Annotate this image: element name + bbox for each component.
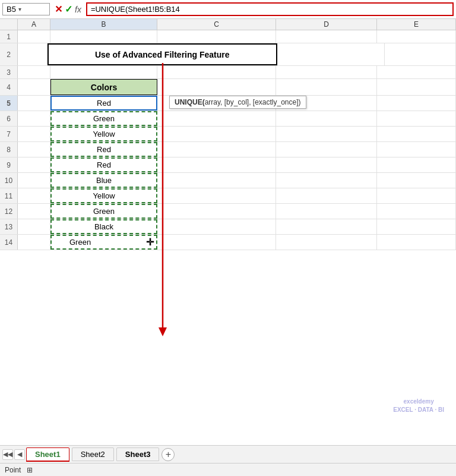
cell-c8[interactable] — [157, 142, 276, 157]
cell-e9[interactable] — [377, 157, 456, 172]
cell-e4[interactable] — [377, 79, 456, 95]
cell-ref-chevron[interactable]: ▾ — [18, 6, 21, 12]
row-num-13: 13 — [0, 219, 18, 234]
cell-b3[interactable] — [50, 66, 157, 78]
cell-b6[interactable]: Green — [50, 111, 157, 126]
col-header-b[interactable]: B — [50, 19, 157, 30]
cell-e5[interactable] — [377, 96, 456, 111]
cell-a1[interactable] — [18, 30, 50, 43]
cell-d14[interactable] — [276, 235, 377, 250]
cell-e1[interactable] — [377, 30, 456, 43]
tab-sheet2[interactable]: Sheet2 — [72, 447, 114, 461]
col-header-e[interactable]: E — [377, 19, 456, 30]
cell-b7[interactable]: Yellow — [50, 127, 157, 141]
cell-d10[interactable] — [276, 173, 377, 188]
cell-a4[interactable] — [18, 79, 50, 95]
cell-d7[interactable] — [276, 127, 377, 141]
cell-b10[interactable]: Blue — [50, 173, 157, 188]
row-8: 8 Red — [0, 142, 456, 157]
cell-c1[interactable] — [157, 30, 276, 43]
cell-e6[interactable] — [377, 111, 456, 126]
cell-a3[interactable] — [18, 66, 50, 78]
formula-input[interactable] — [86, 2, 454, 16]
cell-c14[interactable] — [157, 235, 276, 250]
cell-d13[interactable] — [276, 219, 377, 234]
cell-e11[interactable] — [377, 188, 456, 203]
cell-b13[interactable]: Black — [50, 219, 157, 234]
cell-c5[interactable]: UNIQUE(array, [by_col], [exactly_once]) — [157, 96, 276, 111]
tab-sheet1[interactable]: Sheet1 — [26, 447, 69, 462]
cancel-icon[interactable]: ✕ — [55, 4, 62, 15]
cell-b5[interactable]: Red — [50, 96, 157, 111]
row-num-6: 6 — [0, 111, 18, 126]
row-5: 5 Red UNIQUE(array, [by_col], [exactly_o… — [0, 96, 456, 111]
add-sheet-button[interactable]: + — [162, 448, 175, 461]
grid-rows: 1 2 Use of Advanced Filtering Feature 3 — [0, 30, 456, 250]
confirm-icon[interactable]: ✓ — [65, 4, 72, 15]
cell-c10[interactable] — [157, 173, 276, 188]
cell-e8[interactable] — [377, 142, 456, 157]
cell-b8[interactable]: Red — [50, 142, 157, 157]
tab-nav-prev-prev[interactable]: ◀◀ — [2, 449, 13, 460]
tooltip-function-name: UNIQUE( — [175, 98, 205, 106]
tooltip-suffix: ) — [299, 98, 301, 106]
cell-d1[interactable] — [276, 30, 377, 43]
cell-a8[interactable] — [18, 142, 50, 157]
cell-d9[interactable] — [276, 157, 377, 172]
cell-a2[interactable] — [18, 43, 48, 65]
cell-a10[interactable] — [18, 173, 50, 188]
cell-a13[interactable] — [18, 219, 50, 234]
cell-d4[interactable] — [276, 79, 377, 95]
cell-d6[interactable] — [276, 111, 377, 126]
cell-c9[interactable] — [157, 157, 276, 172]
cell-e7[interactable] — [377, 127, 456, 141]
cell-e10[interactable] — [377, 173, 456, 188]
cell-a12[interactable] — [18, 204, 50, 219]
cell-d3[interactable] — [276, 66, 377, 78]
cell-b9[interactable]: Red — [50, 157, 157, 172]
cell-a6[interactable] — [18, 111, 50, 126]
row-num-12: 12 — [0, 204, 18, 219]
cell-c4[interactable] — [157, 79, 276, 95]
cell-d12[interactable] — [276, 204, 377, 219]
cell-b1[interactable] — [50, 30, 157, 43]
row-7: 7 Yellow — [0, 127, 456, 142]
row-num-10: 10 — [0, 173, 18, 188]
cell-reference-box[interactable]: B5 ▾ — [2, 3, 50, 15]
cell-c12[interactable] — [157, 204, 276, 219]
cell-b4-colors[interactable]: Colors — [50, 79, 157, 95]
row-num-4: 4 — [0, 79, 18, 95]
cell-e14[interactable] — [377, 235, 456, 250]
function-icon[interactable]: fx — [75, 5, 81, 14]
cell-c6[interactable] — [157, 111, 276, 126]
col-header-d[interactable]: D — [276, 19, 377, 30]
cell-a14[interactable] — [18, 235, 50, 250]
tab-nav-prev[interactable]: ◀ — [14, 449, 25, 460]
cell-b12[interactable]: Green — [50, 204, 157, 219]
tab-sheet3[interactable]: Sheet3 — [116, 447, 160, 461]
cell-c7[interactable] — [157, 127, 276, 141]
cell-e3[interactable] — [377, 66, 456, 78]
cell-a11[interactable] — [18, 188, 50, 203]
cell-d8[interactable] — [276, 142, 377, 157]
cell-a7[interactable] — [18, 127, 50, 141]
col-header-a[interactable]: A — [18, 19, 50, 30]
cell-e2[interactable] — [385, 43, 456, 65]
cell-c3[interactable] — [157, 66, 276, 78]
cell-e13[interactable] — [377, 219, 456, 234]
cell-a5[interactable] — [18, 96, 50, 111]
cell-b13-text: Black — [94, 222, 113, 231]
cell-a9[interactable] — [18, 157, 50, 172]
cell-c2[interactable] — [277, 43, 385, 65]
cell-b11[interactable]: Yellow — [50, 188, 157, 203]
col-header-c[interactable]: C — [157, 19, 276, 30]
cell-b2-title[interactable]: Use of Advanced Filtering Feature — [48, 43, 277, 65]
cell-c13[interactable] — [157, 219, 276, 234]
cell-c11[interactable] — [157, 188, 276, 203]
status-icon: ⊞ — [27, 466, 33, 474]
function-tooltip: UNIQUE(array, [by_col], [exactly_once]) — [169, 96, 306, 109]
row-2: 2 Use of Advanced Filtering Feature — [0, 43, 456, 66]
cell-b14[interactable]: Green ✛ — [50, 235, 157, 250]
cell-e12[interactable] — [377, 204, 456, 219]
cell-d11[interactable] — [276, 188, 377, 203]
